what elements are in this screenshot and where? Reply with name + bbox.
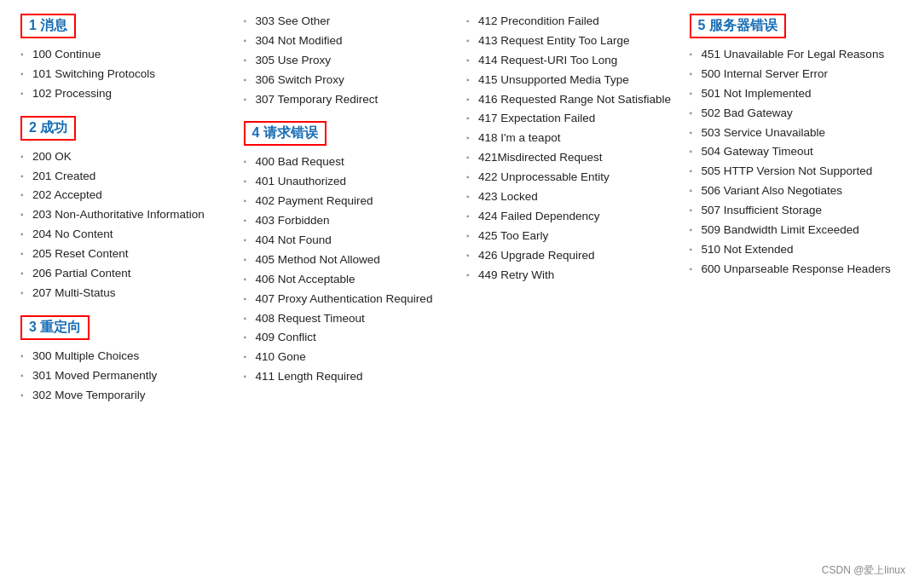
list-item: 301 Moved Permanently <box>20 368 230 384</box>
list-item: 306 Switch Proxy <box>244 72 454 89</box>
col2-redirect-list: 303 See Other 304 Not Modified 305 Use P… <box>244 14 454 107</box>
list-item: 417 Expectation Failed <box>466 111 676 127</box>
watermark: CSDN @爱上linux <box>822 563 905 578</box>
list-item: 402 Payment Required <box>244 193 454 210</box>
section-4-header: 4 请求错误 <box>244 121 327 146</box>
list-item: 303 See Other <box>244 14 454 30</box>
list-item: 503 Service Unavailable <box>690 125 899 141</box>
list-item: 307 Temporary Redirect <box>244 92 454 108</box>
list-item: 202 Accepted <box>20 187 230 204</box>
list-item: 414 Request-URI Too Long <box>466 53 676 69</box>
list-item: 411 Length Required <box>244 369 454 385</box>
list-item: 506 Variant Also Negotiates <box>690 183 899 199</box>
list-item: 449 Retry With <box>466 268 676 284</box>
list-item: 509 Bandwidth Limit Exceeded <box>690 222 899 239</box>
section-5-list: 451 Unavailable For Legal Reasons 500 In… <box>690 47 899 278</box>
list-item: 426 Upgrade Required <box>466 248 676 264</box>
list-item: 415 Unsupported Media Type <box>466 72 676 89</box>
section-3-list: 300 Multiple Choices 301 Moved Permanent… <box>20 349 230 404</box>
list-item: 400 Bad Request <box>244 154 454 170</box>
list-item: 501 Not Implemented <box>690 86 899 102</box>
list-item: 424 Failed Dependency <box>466 209 676 225</box>
list-item: 600 Unparseable Response Headers <box>690 262 899 278</box>
column-2: 303 See Other 304 Not Modified 305 Use P… <box>237 14 460 399</box>
list-item: 302 Move Temporarily <box>20 388 230 404</box>
list-item: 416 Requested Range Not Satisfiable <box>466 92 676 108</box>
list-item: 418 I'm a teapot <box>466 130 676 147</box>
list-item: 505 HTTP Version Not Supported <box>690 164 899 180</box>
main-columns: 1 消息 100 Continue 101 Switching Protocol… <box>14 14 905 417</box>
list-item: 507 Insufficient Storage <box>690 203 899 219</box>
section-2-label: 2 成功 <box>29 120 67 135</box>
list-item: 204 No Content <box>20 227 230 243</box>
column-3: 412 Precondition Failed 413 Request Enti… <box>460 14 683 297</box>
section-5-label: 5 服务器错误 <box>698 18 777 32</box>
list-item: 200 OK <box>20 149 230 165</box>
list-item: 421Misdirected Request <box>466 150 676 166</box>
list-item: 502 Bad Gateway <box>690 106 899 122</box>
list-item: 101 Switching Protocols <box>20 66 230 83</box>
list-item: 504 Gateway Timeout <box>690 144 899 160</box>
section-5-header: 5 服务器错误 <box>690 14 786 38</box>
section-1-label: 1 消息 <box>29 18 67 32</box>
list-item: 406 Not Acceptable <box>244 272 454 288</box>
section-3-header: 3 重定向 <box>20 315 90 340</box>
section-1-header: 1 消息 <box>20 14 76 38</box>
list-item: 422 Unprocessable Entity <box>466 170 676 186</box>
list-item: 305 Use Proxy <box>244 53 454 69</box>
list-item: 205 Reset Content <box>20 246 230 262</box>
list-item: 300 Multiple Choices <box>20 349 230 365</box>
section-4-label: 4 请求错误 <box>252 125 318 140</box>
list-item: 423 Locked <box>466 189 676 205</box>
list-item: 404 Not Found <box>244 233 454 249</box>
list-item: 409 Conflict <box>244 330 454 346</box>
list-item: 100 Continue <box>20 47 230 63</box>
list-item: 304 Not Modified <box>244 33 454 49</box>
section-2-header: 2 成功 <box>20 116 76 141</box>
list-item: 412 Precondition Failed <box>466 14 676 30</box>
list-item: 510 Not Extended <box>690 242 899 258</box>
col3-list: 412 Precondition Failed 413 Request Enti… <box>466 14 676 283</box>
section-2-list: 200 OK 201 Created 202 Accepted 203 Non-… <box>20 149 230 302</box>
section-3-label: 3 重定向 <box>29 320 81 334</box>
list-item: 405 Method Not Allowed <box>244 252 454 268</box>
list-item: 413 Request Entity Too Large <box>466 33 676 49</box>
column-4: 5 服务器错误 451 Unavailable For Legal Reason… <box>683 14 906 291</box>
list-item: 500 Internal Server Error <box>690 66 899 83</box>
list-item: 207 Multi-Status <box>20 285 230 302</box>
list-item: 408 Request Timeout <box>244 311 454 327</box>
list-item: 451 Unavailable For Legal Reasons <box>690 47 899 63</box>
section-4-list: 400 Bad Request 401 Unauthorized 402 Pay… <box>244 154 454 385</box>
list-item: 410 Gone <box>244 349 454 366</box>
list-item: 401 Unauthorized <box>244 174 454 190</box>
list-item: 407 Proxy Authentication Required <box>244 291 454 308</box>
list-item: 102 Processing <box>20 86 230 102</box>
column-1: 1 消息 100 Continue 101 Switching Protocol… <box>14 14 237 417</box>
list-item: 206 Partial Content <box>20 266 230 282</box>
list-item: 403 Forbidden <box>244 213 454 229</box>
list-item: 425 Too Early <box>466 228 676 245</box>
list-item: 203 Non-Authoritative Information <box>20 207 230 223</box>
section-1-list: 100 Continue 101 Switching Protocols 102… <box>20 47 230 102</box>
list-item: 201 Created <box>20 169 230 185</box>
